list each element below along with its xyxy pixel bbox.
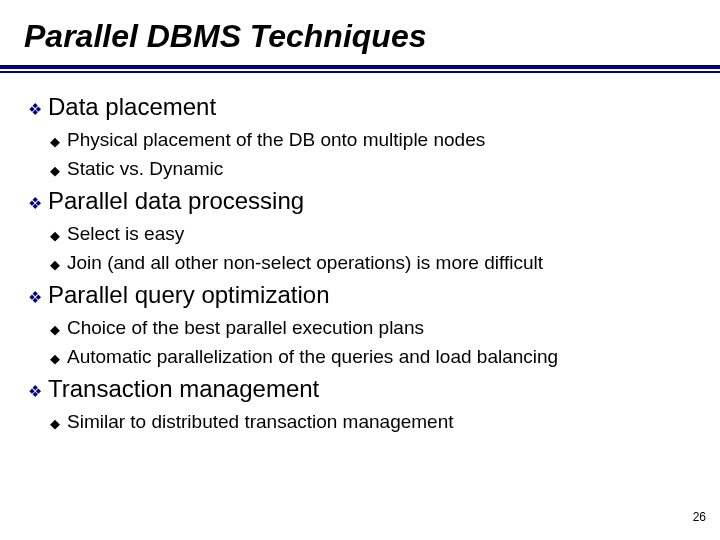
diamond-sub-bullet-icon: ◆ [50,131,60,152]
diamond-sub-bullet-icon: ◆ [50,319,60,340]
section-heading: ❖ Transaction management [28,375,692,405]
list-item: ◆ Join (and all other non-select operati… [50,252,692,275]
section-heading: ❖ Parallel query optimization [28,281,692,311]
section-heading: ❖ Data placement [28,93,692,123]
list-item: ◆ Physical placement of the DB onto mult… [50,129,692,152]
diamond-bullet-icon: ❖ [28,97,42,123]
item-text: Static vs. Dynamic [67,158,223,180]
slide: Parallel DBMS Techniques ❖ Data placemen… [0,0,720,540]
item-text: Physical placement of the DB onto multip… [67,129,485,151]
item-text: Similar to distributed transaction manag… [67,411,454,433]
list-item: ◆ Choice of the best parallel execution … [50,317,692,340]
diamond-sub-bullet-icon: ◆ [50,160,60,181]
list-item: ◆ Select is easy [50,223,692,246]
item-text: Choice of the best parallel execution pl… [67,317,424,339]
diamond-bullet-icon: ❖ [28,191,42,217]
diamond-sub-bullet-icon: ◆ [50,254,60,275]
heading-text: Data placement [48,93,216,121]
item-text: Join (and all other non-select operation… [67,252,543,274]
diamond-bullet-icon: ❖ [28,379,42,405]
heading-text: Parallel data processing [48,187,304,215]
slide-content: ❖ Data placement ◆ Physical placement of… [0,73,720,434]
slide-title: Parallel DBMS Techniques [0,18,720,55]
diamond-sub-bullet-icon: ◆ [50,225,60,246]
diamond-sub-bullet-icon: ◆ [50,348,60,369]
heading-text: Transaction management [48,375,319,403]
list-item: ◆ Similar to distributed transaction man… [50,411,692,434]
item-text: Automatic parallelization of the queries… [67,346,558,368]
diamond-bullet-icon: ❖ [28,285,42,311]
list-item: ◆ Static vs. Dynamic [50,158,692,181]
list-item: ◆ Automatic parallelization of the queri… [50,346,692,369]
section-heading: ❖ Parallel data processing [28,187,692,217]
page-number: 26 [693,510,706,524]
title-divider [0,65,720,73]
diamond-sub-bullet-icon: ◆ [50,413,60,434]
heading-text: Parallel query optimization [48,281,329,309]
item-text: Select is easy [67,223,184,245]
